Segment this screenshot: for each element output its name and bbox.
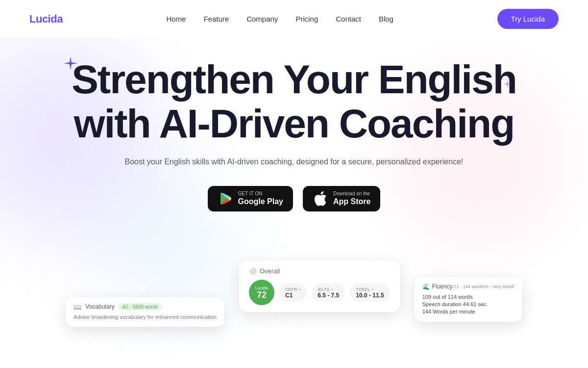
ielts-label: IELTS ~	[318, 287, 333, 292]
app-preview-section: 📖 Vocabulary A2 - 5800 words Advise broa…	[0, 236, 588, 312]
nav-item-home[interactable]: Home	[166, 15, 186, 23]
nav-item-company[interactable]: Company	[246, 15, 278, 23]
fluency-stat-3: 144 Words per minute	[422, 309, 514, 315]
book-icon: 📖	[74, 303, 81, 311]
nav-item-blog[interactable]: Blog	[379, 15, 393, 23]
score-chip-cefr: CEFR ~ C1	[279, 283, 307, 302]
hero-title-line2: with AI-Driven Coaching	[74, 101, 514, 146]
store-buttons-group: GET IT ON Google Play Download on the Ap…	[29, 186, 559, 211]
toefl-label: TOEFL ~	[356, 287, 373, 292]
logo-highlight: a	[57, 13, 63, 25]
nav-item-feature[interactable]: Feature	[203, 15, 229, 23]
vocab-description: Advise broadening vocabulary for enhance…	[74, 314, 217, 321]
score-chips: Lucida 72 CEFR ~ C1 IELTS ~ 6.5 - 7.5 TO…	[249, 280, 390, 305]
score-chip-ielts: IELTS ~ 6.5 - 7.5	[312, 283, 345, 302]
navbar: Lucida Home Feature Company Pricing Cont…	[0, 0, 588, 38]
score-main-badge: Lucida 72	[249, 280, 274, 305]
app-store-text: Download on the App Store	[333, 191, 370, 206]
score-card-title: ⚪ Overall	[249, 267, 390, 275]
nav-item-pricing[interactable]: Pricing	[295, 15, 318, 23]
google-play-line1: GET IT ON	[238, 191, 283, 197]
nav-item-contact[interactable]: Contact	[336, 15, 361, 23]
app-store-button[interactable]: Download on the App Store	[303, 186, 380, 211]
vocab-badge: A2 - 5800 words	[119, 303, 162, 311]
fluency-icon: 🌊	[422, 283, 430, 290]
cefr-val: C1	[285, 292, 293, 299]
nav-links: Home Feature Company Pricing Contact Blo…	[166, 15, 393, 24]
app-store-line2: App Store	[333, 197, 370, 206]
logo-text: Lucid	[29, 13, 57, 25]
fluency-card: 🌊 Fluency C1 - 144 words/m - Very Good! …	[415, 277, 522, 322]
fluency-stat-2: Speech duration 44.61 sec.	[422, 301, 514, 307]
vocab-header: 📖 Vocabulary A2 - 5800 words	[74, 303, 217, 311]
hero-title: Strengthen Your English with AI-Driven C…	[29, 57, 559, 146]
logo[interactable]: Lucida	[29, 13, 63, 26]
vocab-title: Vocabulary	[85, 303, 114, 310]
fluency-badge: C1 - 144 words/m - Very Good!	[454, 284, 514, 289]
hero-title-line1: Strengthen Your English	[72, 57, 516, 102]
star-decoration-large	[64, 56, 77, 72]
google-play-line2: Google Play	[238, 197, 283, 206]
google-play-button[interactable]: GET IT ON Google Play	[208, 186, 293, 211]
vocabulary-card: 📖 Vocabulary A2 - 5800 words Advise broa…	[66, 297, 224, 327]
hero-section: Strengthen Your English with AI-Driven C…	[0, 38, 588, 211]
fluency-title: Fluency	[432, 283, 453, 290]
star-decoration-small	[503, 79, 512, 90]
hero-subtitle: Boost your English skills with AI-driven…	[29, 156, 559, 168]
fluency-stat-1: 109 out of 114 words	[422, 294, 514, 300]
score-chip-toefl: TOEFL ~ 10.0 - 11.5	[350, 283, 390, 302]
ielts-val: 6.5 - 7.5	[318, 292, 339, 299]
score-icon: ⚪	[249, 267, 257, 275]
app-store-line1: Download on the	[333, 191, 370, 197]
score-main-value: 72	[257, 290, 267, 299]
fluency-header: 🌊 Fluency C1 - 144 words/m - Very Good!	[422, 283, 514, 290]
app-store-icon	[313, 191, 328, 207]
toefl-val: 10.0 - 11.5	[356, 292, 384, 299]
cefr-label: CEFR ~	[285, 287, 301, 292]
try-lucida-button[interactable]: Try Lucida	[497, 9, 559, 29]
google-play-text: GET IT ON Google Play	[238, 191, 283, 206]
score-card: ⚪ Overall Lucida 72 CEFR ~ C1 IELTS ~ 6.…	[239, 261, 400, 312]
google-play-icon	[218, 191, 233, 207]
